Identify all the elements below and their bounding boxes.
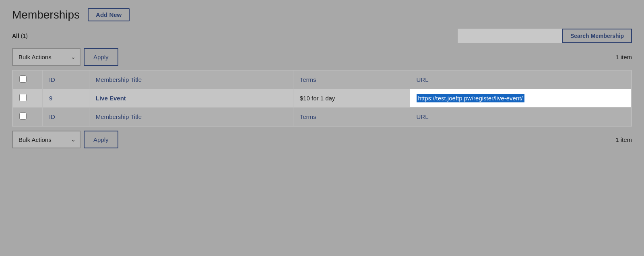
top-item-count: 1 item	[615, 54, 632, 60]
top-toolbar: Bulk Actions ⌄ Apply 1 item	[12, 48, 632, 66]
header-id: ID	[42, 71, 89, 89]
top-toolbar-left: Bulk Actions ⌄ Apply	[12, 48, 118, 66]
item-count-top: 1 item	[615, 54, 632, 60]
page-header: Memberships Add New	[12, 8, 632, 21]
apply-button-bottom[interactable]: Apply	[84, 131, 118, 148]
search-bar: Search Membership	[458, 29, 632, 43]
search-input[interactable]	[458, 29, 562, 43]
row-checkbox[interactable]	[19, 94, 27, 101]
bottom-toolbar: Bulk Actions ⌄ Apply 1 item	[12, 131, 632, 148]
filter-left: All (1)	[12, 33, 28, 39]
item-count-bottom: 1 item	[615, 136, 632, 143]
filter-bar: All (1) Search Membership	[12, 29, 632, 43]
all-filter-link[interactable]: All (1)	[12, 33, 28, 39]
page-title: Memberships	[12, 8, 80, 21]
row-id: 9	[42, 89, 89, 108]
footer-id: ID	[42, 108, 89, 126]
filter-count: (1)	[21, 33, 28, 39]
row-checkbox-cell	[13, 89, 43, 108]
row-terms: $10 for 1 day	[293, 89, 410, 108]
membership-title-link[interactable]: Live Event	[96, 95, 126, 102]
bulk-actions-select-bottom[interactable]: Bulk Actions	[12, 131, 80, 148]
footer-checkbox-col	[13, 108, 43, 126]
row-url-cell: https://test.joeftp.pw/register/live-eve…	[410, 89, 632, 108]
select-all-checkbox[interactable]	[19, 75, 27, 83]
table-header-row: ID Membership Title Terms URL	[13, 71, 632, 89]
bottom-item-count: 1 item	[615, 136, 632, 143]
search-membership-button[interactable]: Search Membership	[562, 29, 632, 43]
memberships-table: ID Membership Title Terms URL 9 Live Eve…	[12, 70, 632, 126]
row-membership-title: Live Event	[89, 89, 293, 108]
select-all-checkbox-footer[interactable]	[19, 112, 27, 120]
apply-button-top[interactable]: Apply	[84, 48, 118, 66]
header-checkbox-col	[13, 71, 43, 89]
footer-url: URL	[410, 108, 632, 126]
bottom-toolbar-left: Bulk Actions ⌄ Apply	[12, 131, 118, 148]
bulk-actions-select-top[interactable]: Bulk Actions	[12, 48, 80, 66]
footer-terms: Terms	[293, 108, 410, 126]
header-terms: Terms	[293, 71, 410, 89]
bulk-actions-wrapper-top: Bulk Actions ⌄	[12, 48, 80, 66]
header-url: URL	[410, 71, 632, 89]
footer-membership-title: Membership Title	[89, 108, 293, 126]
bulk-actions-wrapper-bottom: Bulk Actions ⌄	[12, 131, 80, 148]
add-new-button[interactable]: Add New	[88, 8, 130, 21]
url-selected-text[interactable]: https://test.joeftp.pw/register/live-eve…	[417, 94, 524, 102]
memberships-table-container: ID Membership Title Terms URL 9 Live Eve…	[12, 70, 632, 127]
table-footer-row: ID Membership Title Terms URL	[13, 108, 632, 126]
table-row: 9 Live Event $10 for 1 day https://test.…	[13, 89, 632, 108]
all-label: All	[12, 33, 19, 39]
header-membership-title: Membership Title	[89, 71, 293, 89]
